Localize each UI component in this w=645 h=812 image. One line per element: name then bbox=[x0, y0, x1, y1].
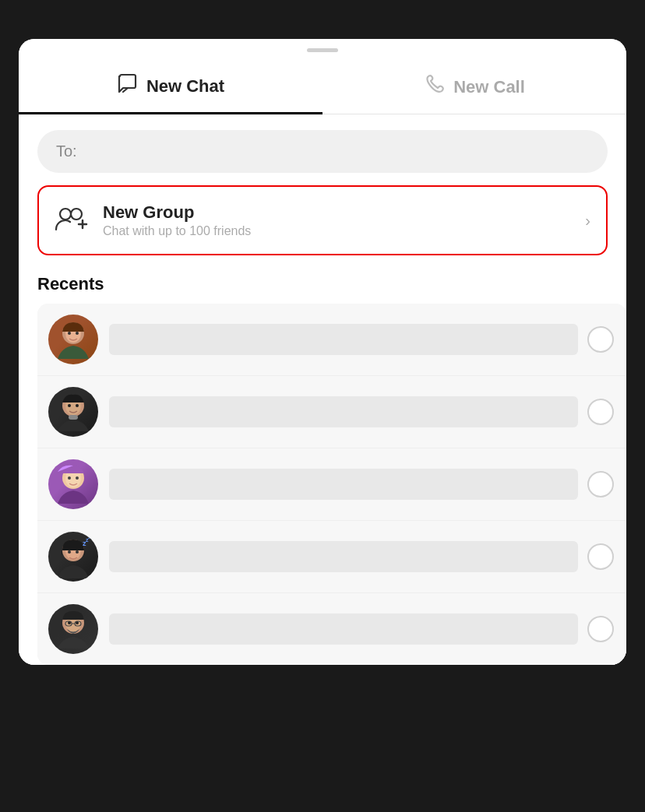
new-group-title: New Group bbox=[103, 202, 251, 223]
svg-rect-10 bbox=[69, 415, 78, 420]
drag-handle bbox=[307, 48, 338, 52]
tab-new-call[interactable]: New Call bbox=[322, 58, 626, 114]
new-group-section: New Group Chat with up to 100 friends › bbox=[19, 185, 626, 268]
new-group-subtitle: Chat with up to 100 friends bbox=[103, 224, 251, 238]
avatar bbox=[48, 459, 98, 509]
contact-checkbox[interactable] bbox=[587, 326, 614, 353]
avatar-image bbox=[48, 459, 98, 509]
svg-point-14 bbox=[76, 476, 79, 480]
avatar-image bbox=[48, 315, 98, 364]
recents-title: Recents bbox=[37, 274, 608, 294]
avatar-image: z z z bbox=[48, 532, 98, 582]
contact-name-placeholder bbox=[109, 396, 578, 427]
tab-bar: New Chat New Call bbox=[19, 58, 626, 114]
contact-name-placeholder bbox=[109, 541, 578, 572]
new-call-icon bbox=[424, 73, 446, 100]
contact-name-placeholder bbox=[109, 324, 578, 355]
search-bar[interactable]: To: bbox=[37, 130, 608, 173]
new-chat-label: New Chat bbox=[146, 76, 224, 97]
contacts-list: z z z bbox=[37, 304, 626, 665]
recents-section: Recents bbox=[19, 268, 626, 294]
new-group-text: New Group Chat with up to 100 friends bbox=[103, 202, 251, 238]
svg-point-17 bbox=[68, 550, 71, 554]
new-group-card[interactable]: New Group Chat with up to 100 friends › bbox=[37, 185, 608, 255]
new-chat-icon bbox=[117, 72, 139, 100]
svg-point-13 bbox=[68, 476, 71, 480]
contact-checkbox[interactable] bbox=[587, 616, 614, 642]
search-prefix: To: bbox=[56, 142, 77, 160]
avatar: z z z bbox=[48, 532, 98, 582]
svg-point-0 bbox=[60, 209, 71, 220]
chevron-right-icon: › bbox=[585, 212, 590, 230]
avatar bbox=[48, 387, 98, 437]
search-section: To: bbox=[19, 114, 626, 185]
contact-row[interactable] bbox=[37, 376, 626, 448]
svg-point-4 bbox=[68, 332, 71, 335]
contacts-container: z z z bbox=[19, 304, 626, 665]
contact-row[interactable]: z z z bbox=[37, 521, 626, 593]
contact-name-placeholder bbox=[109, 469, 578, 500]
contact-checkbox[interactable] bbox=[587, 471, 614, 497]
svg-point-18 bbox=[76, 550, 79, 554]
avatar-image bbox=[48, 387, 98, 437]
modal-container: New Chat New Call To: bbox=[19, 39, 626, 665]
drag-handle-bar bbox=[19, 39, 626, 58]
avatar bbox=[48, 315, 98, 364]
contact-row[interactable] bbox=[37, 593, 626, 665]
svg-point-1 bbox=[71, 209, 82, 220]
contact-checkbox[interactable] bbox=[587, 399, 614, 425]
contact-name-placeholder bbox=[109, 613, 578, 645]
svg-text:z: z bbox=[88, 535, 90, 540]
svg-point-5 bbox=[76, 332, 79, 335]
tab-new-chat[interactable]: New Chat bbox=[19, 58, 322, 114]
svg-point-9 bbox=[76, 404, 79, 407]
new-call-label: New Call bbox=[453, 77, 525, 97]
group-add-icon bbox=[55, 203, 89, 237]
contact-row[interactable] bbox=[37, 448, 626, 521]
svg-point-8 bbox=[68, 404, 71, 407]
contact-row[interactable] bbox=[37, 304, 626, 376]
avatar bbox=[48, 604, 98, 654]
avatar-image bbox=[48, 604, 98, 654]
contact-checkbox[interactable] bbox=[587, 543, 614, 570]
new-group-left: New Group Chat with up to 100 friends bbox=[55, 202, 251, 238]
